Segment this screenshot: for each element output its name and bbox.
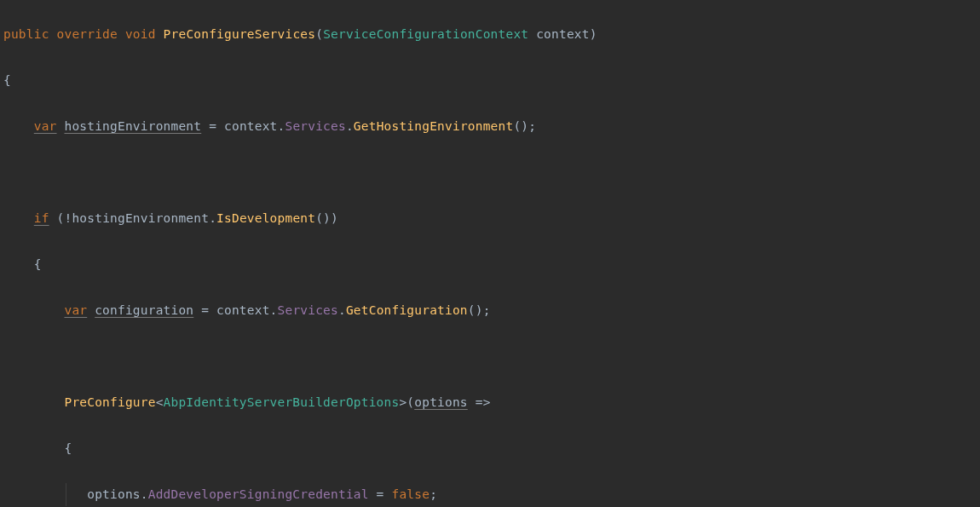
ident: options [87, 487, 141, 501]
dot: . [209, 211, 216, 225]
paren: ) [590, 27, 597, 41]
member: AddDeveloperSigningCredential [148, 487, 369, 501]
code-line[interactable]: { [3, 253, 977, 276]
arrow: => [468, 395, 491, 409]
op: = [201, 119, 224, 133]
code-line[interactable]: { [3, 437, 977, 460]
code-line[interactable] [3, 161, 977, 184]
code-line[interactable]: { [3, 69, 977, 92]
param-type: ServiceConfigurationContext [323, 27, 528, 41]
close: ()) [315, 211, 338, 225]
local-var: hostingEnvironment [64, 119, 201, 133]
generic-type: AbpIdentityServerBuilderOptions [164, 395, 400, 409]
local-var: configuration [95, 303, 193, 317]
dot: . [270, 303, 278, 317]
code-line[interactable]: public override void PreConfigureService… [3, 23, 977, 46]
param-name: context [536, 27, 590, 41]
parens: (); [513, 119, 536, 133]
code-line[interactable]: options.AddDeveloperSigningCredential = … [3, 483, 977, 506]
member: Services [278, 303, 338, 317]
paren: ( [315, 27, 323, 41]
ident: hostingEnvironment [72, 211, 209, 225]
code-line[interactable]: if (!hostingEnvironment.IsDevelopment()) [3, 207, 977, 230]
method-name: PreConfigureServices [164, 27, 316, 41]
code-editor[interactable]: public override void PreConfigureService… [0, 0, 980, 507]
ident: context [224, 119, 278, 133]
op: = [193, 303, 216, 317]
keyword-var: var [64, 303, 87, 317]
method-call: GetConfiguration [346, 303, 468, 317]
angle: < [156, 395, 164, 409]
method-call: GetHostingEnvironment [354, 119, 514, 133]
op: (! [49, 211, 72, 225]
dot: . [338, 303, 346, 317]
method-call: IsDevelopment [216, 211, 315, 225]
member: Services [285, 119, 345, 133]
keyword-void: void [125, 27, 156, 41]
semi: ; [429, 487, 437, 501]
code-line[interactable]: var hostingEnvironment = context.Service… [3, 115, 977, 138]
lambda-param: options [414, 395, 468, 409]
ident: context [216, 303, 270, 317]
code-line[interactable] [3, 345, 977, 368]
brace: { [64, 441, 72, 455]
method-call: PreConfigure [64, 395, 155, 409]
code-line[interactable]: var configuration = context.Services.Get… [3, 299, 977, 322]
code-line[interactable]: PreConfigure<AbpIdentityServerBuilderOpt… [3, 391, 977, 414]
keyword-override: override [57, 27, 118, 41]
angle-paren: >( [399, 395, 414, 409]
parens: (); [468, 303, 491, 317]
brace: { [3, 73, 11, 87]
keyword-var: var [34, 119, 57, 133]
dot: . [346, 119, 354, 133]
keyword-public: public [3, 27, 49, 41]
literal-false: false [391, 487, 429, 501]
dot: . [141, 487, 148, 501]
keyword-if: if [34, 211, 49, 225]
op: = [369, 487, 392, 501]
brace: { [34, 257, 42, 271]
